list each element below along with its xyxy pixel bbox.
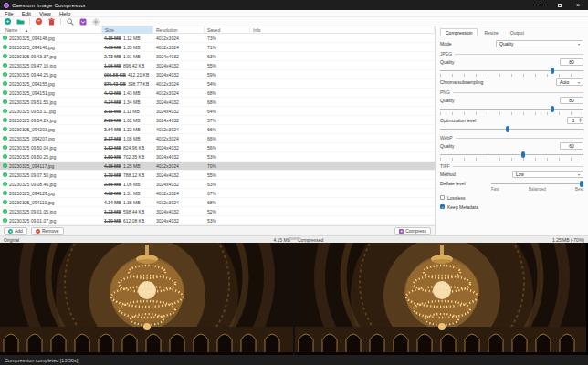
file-name-cell: ✓20230325 09.47.16.jpg <box>0 63 102 68</box>
compress-toolbar-button[interactable] <box>79 18 87 26</box>
file-resolution: 4032x3024 <box>153 81 205 87</box>
tab-resize[interactable]: Resize <box>478 28 503 36</box>
file-resolution: 4032x3024 <box>153 45 205 50</box>
keep-metadata-checkbox[interactable]: ✓ <box>440 204 445 209</box>
file-size-cell: 4.34 MB1.38 MB <box>102 200 153 205</box>
new-size: 1.08 MB <box>123 136 141 141</box>
table-row[interactable]: ✓20230325 09.01.05.jpg1.23 MB598.44 KB30… <box>0 207 435 216</box>
close-button[interactable]: × <box>573 1 583 9</box>
settings-button[interactable] <box>91 18 100 26</box>
table-row[interactable]: ✓20230325 09.01.07.jpg1.30 MB612.08 KB30… <box>0 216 435 225</box>
table-row[interactable]: ✓20230325 09.47.16.jpg1.96 MB896.42 KB30… <box>0 61 435 70</box>
column-header-saved[interactable]: Saved <box>205 26 250 34</box>
webp-quality-input[interactable]: 60 <box>560 142 583 150</box>
jpeg-quality-input[interactable]: 80 <box>560 58 583 66</box>
keep-metadata-checkbox-row[interactable]: ✓ Keep Metadata <box>440 203 583 211</box>
table-row[interactable]: ✓20230325 09.53.11.jpg3.11 MB1.11 MB3024… <box>0 107 435 116</box>
table-row[interactable]: ✓20230325_094117.jpg4.15 MB1.25 MB4032x3… <box>0 162 435 171</box>
window-title: Caesium Image Compressor <box>12 3 86 8</box>
table-row[interactable]: ✓20230325 09.50.25.jpg1.50 MB702.35 KB30… <box>0 152 435 162</box>
original-preview-pane[interactable] <box>0 243 293 355</box>
slider-handle[interactable] <box>551 106 554 112</box>
file-name-cell: ✓20230325 09.54.29.jpg <box>0 118 102 123</box>
slider-handle[interactable] <box>521 151 525 158</box>
table-row[interactable]: ✓20230325 09.08.46.jpg2.86 MB1.06 MB3024… <box>0 180 435 189</box>
table-row[interactable]: ✓20230325_094207.jpg3.17 MB1.08 MB4032x3… <box>0 134 435 143</box>
check-icon: ✓ <box>3 90 7 95</box>
table-row[interactable]: ✓20230325_094148.jpg4.15 MB1.12 MB4032x3… <box>0 34 435 43</box>
table-row[interactable]: ✓20230325 09.50.04.jpg1.82 MB824.96 KB30… <box>0 143 435 152</box>
file-name-cell: ✓20230325 09.07.50.jpg <box>0 172 102 178</box>
table-row[interactable]: ✓20230325 09.43.37.jpg2.73 MB1.01 MB3024… <box>0 52 435 61</box>
new-size: 788.12 KB <box>123 172 144 178</box>
table-row[interactable]: ✓20230325 09.07.50.jpg1.70 MB788.12 KB30… <box>0 171 435 180</box>
preview-button[interactable] <box>66 18 74 26</box>
check-icon: ✓ <box>3 54 7 58</box>
tab-output[interactable]: Output <box>505 28 530 36</box>
file-resolution: 3024x4032 <box>153 218 205 224</box>
file-size-cell: 4.15 MB1.25 MB <box>102 163 153 169</box>
file-saved: 67% <box>205 191 250 196</box>
clear-list-button[interactable] <box>47 18 56 26</box>
png-optimization-label: Optimization level <box>440 118 476 123</box>
column-header-info[interactable]: Info <box>250 26 435 34</box>
deflate-level-slider[interactable] <box>491 181 583 187</box>
maximize-button[interactable] <box>555 1 564 9</box>
tab-compression[interactable]: Compression <box>440 28 478 36</box>
column-header-name[interactable]: Name ▴ <box>0 26 102 34</box>
add-file-button[interactable]: + <box>4 18 12 26</box>
remove-button[interactable]: −Remove <box>31 227 64 235</box>
menu-edit[interactable]: Edit <box>22 11 31 16</box>
table-row[interactable]: ✓20230325_094151.jpg4.42 MB1.43 MB4032x3… <box>0 89 435 98</box>
file-name-cell: ✓20230325 09.50.25.jpg <box>0 154 102 160</box>
check-icon: ✓ <box>3 127 7 131</box>
new-size: 1.35 MB <box>123 45 141 50</box>
menu-view[interactable]: View <box>39 11 51 16</box>
png-optimization-spinner[interactable]: 3▲▼ <box>567 117 583 124</box>
preview-splitter-handle[interactable] <box>288 237 300 240</box>
column-header-size[interactable]: Size <box>102 26 153 34</box>
file-size-cell: 4.68 MB1.35 MB <box>102 45 153 50</box>
column-header-resolution[interactable]: Resolution <box>153 26 205 34</box>
check-icon: ✓ <box>3 109 7 113</box>
table-row[interactable]: ✓20230325 09.54.29.jpg2.38 MB1.02 MB3024… <box>0 116 435 125</box>
slider-handle[interactable] <box>580 181 583 187</box>
add-folder-button[interactable] <box>16 18 25 26</box>
table-row[interactable]: ✓20230325_094155.jpg875.43 KB398.77 KB40… <box>0 79 435 89</box>
table-row[interactable]: ✓20230325_094129.jpg4.02 MB1.31 MB4032x3… <box>0 189 435 198</box>
table-row[interactable]: ✓20230325 09.44.25.jpg996.58 KB412.21 KB… <box>0 70 435 79</box>
chroma-subsampling-select[interactable]: Auto▾ <box>556 78 583 86</box>
add-button[interactable]: +Add <box>4 227 27 235</box>
png-quality-slider[interactable] <box>440 106 583 112</box>
app-window: Caesium Image Compressor × File Edit Vie… <box>0 0 588 365</box>
toolbar: + − <box>0 17 588 26</box>
webp-quality-slider[interactable] <box>440 151 583 158</box>
slider-handle[interactable] <box>506 126 509 132</box>
file-size-cell: 1.23 MB598.44 KB <box>102 209 153 214</box>
png-quality-input[interactable]: 80 <box>560 97 583 104</box>
spin-down-icon[interactable]: ▼ <box>579 120 582 123</box>
remove-file-button[interactable]: − <box>35 18 43 26</box>
file-name-cell: ✓20230325_094148.jpg <box>0 36 102 41</box>
file-resolution: 3024x4032 <box>153 99 205 105</box>
menu-file[interactable]: File <box>5 11 14 16</box>
table-row[interactable]: ✓20230325_094110.jpg4.34 MB1.38 MB4032x3… <box>0 198 435 207</box>
compress-icon: ▼ <box>399 229 404 234</box>
table-row[interactable]: ✓20230325 09.51.55.jpg4.24 MB1.34 MB3024… <box>0 98 435 107</box>
mode-select[interactable]: Quality▾ <box>496 40 583 47</box>
check-icon: ✓ <box>3 99 7 104</box>
minimize-button[interactable] <box>537 1 546 9</box>
file-size-cell: 1.82 MB824.96 KB <box>102 145 153 151</box>
table-row[interactable]: ✓20230325_094203.jpg3.64 MB1.22 MB4032x3… <box>0 125 435 134</box>
compressed-preview-pane[interactable] <box>293 243 586 355</box>
lossless-checkbox-row[interactable]: Lossless <box>440 193 583 202</box>
jpeg-quality-slider[interactable] <box>440 68 583 74</box>
table-row[interactable]: ✓20230325_094146.jpg4.68 MB1.35 MB4032x3… <box>0 43 435 52</box>
file-name: 20230325 09.47.16.jpg <box>9 63 56 68</box>
compress-button[interactable]: ▼Compress <box>394 227 431 235</box>
tiff-method-select[interactable]: Lzw▾ <box>512 171 583 178</box>
lossless-checkbox[interactable] <box>440 195 445 200</box>
menu-help[interactable]: Help <box>59 11 70 16</box>
png-optimization-slider[interactable] <box>440 126 583 132</box>
slider-handle[interactable] <box>551 68 554 74</box>
